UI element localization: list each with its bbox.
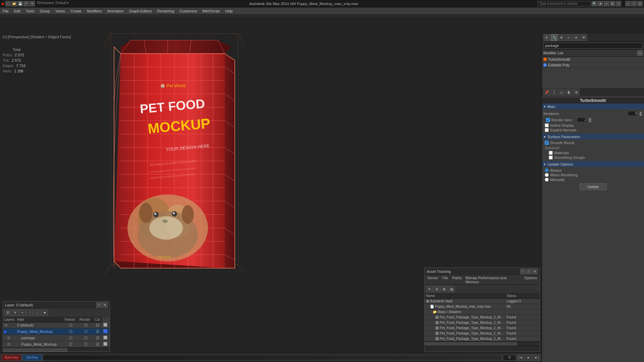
help-btn[interactable]: ? bbox=[616, 1, 621, 6]
asset-row[interactable]: 🖼 Pet_Food_Package_Type_Mockup_2_Mockup_… bbox=[425, 325, 540, 331]
explicit-normals-checkbox[interactable] bbox=[545, 128, 549, 132]
explicit-normals-label[interactable]: Explicit Normals bbox=[542, 128, 644, 132]
always-label[interactable]: Always bbox=[542, 168, 644, 173]
layer-row[interactable]: ⚙ Puppy_Meal_Mockup ☐ ☐ ☑ bbox=[3, 341, 110, 348]
settings-btn[interactable]: ⚙ bbox=[610, 1, 615, 6]
render-iters-down[interactable]: ▼ bbox=[588, 120, 592, 122]
search-btn[interactable]: 🔍 bbox=[592, 1, 597, 6]
motion-panel-btn[interactable]: ▷ bbox=[566, 34, 572, 41]
menu-animation[interactable]: Animation bbox=[105, 7, 126, 15]
remove-modifier-btn[interactable]: 🗑 bbox=[566, 89, 572, 96]
star-btn[interactable]: ★ bbox=[598, 1, 603, 6]
layer-freeze[interactable]: ☐ bbox=[78, 328, 94, 335]
manually-label[interactable]: Manually bbox=[542, 177, 644, 182]
smoothing-groups-label[interactable]: Smoothing Groups bbox=[542, 155, 644, 160]
isoline-display-checkbox[interactable] bbox=[545, 123, 549, 127]
modify-panel-btn[interactable]: 🔧 bbox=[551, 34, 557, 41]
layer-list-area[interactable]: Layers Hide Freeze Render Col ⚙ 0 (defau… bbox=[3, 317, 110, 348]
layer-color[interactable] bbox=[102, 322, 110, 328]
next-frame-btn[interactable]: ►| bbox=[533, 354, 540, 361]
smooth-result-checkbox[interactable] bbox=[545, 141, 549, 145]
menu-customize[interactable]: Customize bbox=[177, 7, 200, 15]
render-iters-up[interactable]: ▲ bbox=[588, 118, 592, 120]
update-btn[interactable]: Update bbox=[580, 183, 606, 190]
modifier-list-empty[interactable] bbox=[542, 68, 644, 88]
layer-hide[interactable]: ☐ bbox=[63, 322, 78, 328]
ts-update-rollout[interactable]: ▸ Update Options bbox=[542, 161, 644, 167]
layer-add-obj-btn[interactable]: + bbox=[19, 309, 26, 316]
layer-move-btn[interactable]: ↓ bbox=[34, 309, 41, 316]
ts-surface-rollout[interactable]: ▸ Surface Parameters bbox=[542, 134, 644, 139]
layer-color[interactable] bbox=[102, 335, 110, 341]
asset-row[interactable]: 📁 Maps / Shaders bbox=[425, 309, 540, 315]
new-btn[interactable]: □ bbox=[5, 1, 11, 6]
asset-reload-btn[interactable]: ↻ bbox=[426, 286, 433, 292]
layer-row[interactable]: ⚙ package ☐ ☐ ☑ bbox=[3, 335, 110, 341]
layer-render[interactable]: ☑ bbox=[94, 341, 102, 348]
asset-row[interactable]: 🖼 Pet_Food_Package_Type_Mockup_2_Mockup_… bbox=[425, 336, 540, 342]
smoothing-groups-checkbox[interactable] bbox=[549, 156, 553, 160]
layer-render[interactable]: ☑ bbox=[94, 335, 102, 341]
when-rendering-label[interactable]: When Rendering bbox=[542, 173, 644, 177]
layer-delete-btn[interactable]: ✕ bbox=[12, 309, 18, 316]
layer-row[interactable]: ⚙ 0 (default) ☐ ☐ ☑ bbox=[3, 322, 110, 328]
layer-new-btn[interactable]: ☰ bbox=[4, 309, 11, 316]
layer-render[interactable]: ☑ bbox=[94, 322, 102, 328]
save-btn[interactable]: 💾 bbox=[17, 1, 23, 6]
undo-btn[interactable]: ↶ bbox=[23, 1, 29, 6]
prev-frame-btn[interactable]: |◄ bbox=[517, 354, 524, 361]
hierarchy-panel-btn[interactable]: ⊞ bbox=[558, 34, 565, 41]
menu-graph-editors[interactable]: Graph Editors bbox=[126, 7, 155, 15]
render-iters-spinner[interactable]: ▲ ▼ bbox=[577, 117, 592, 122]
asset-menu-file[interactable]: File bbox=[440, 275, 450, 285]
asset-row[interactable]: 🖼 Pet_Food_Package_Type_Mockup_2_Mockup_… bbox=[425, 331, 540, 336]
smooth-result-label[interactable]: Smooth Result bbox=[542, 140, 644, 145]
menu-modifiers[interactable]: Modifiers bbox=[84, 7, 105, 15]
asset-thumbnail-view-btn[interactable]: ⊞ bbox=[441, 286, 447, 292]
layer-row[interactable]: ▶ Puppy_Meal_Mockup ☐ ☐ ☑ bbox=[3, 328, 110, 335]
asset-menu-options[interactable]: Options bbox=[522, 275, 539, 285]
layer-scrollbar[interactable] bbox=[3, 348, 110, 352]
isoline-display-label[interactable]: Isoline Display bbox=[542, 123, 644, 128]
asset-row[interactable]: 🖼 Pet_Food_Package_Type_Mockup_2_Mockup_… bbox=[425, 315, 540, 320]
layer-highlight-btn[interactable]: ★ bbox=[41, 309, 48, 316]
pin-stack-btn[interactable]: 📌 bbox=[543, 89, 550, 96]
iterations-input[interactable] bbox=[628, 111, 638, 116]
frame-input[interactable]: 0 bbox=[503, 355, 516, 361]
configure-btn[interactable]: ⚙ bbox=[573, 89, 580, 96]
asset-h-scrollbar[interactable] bbox=[425, 342, 540, 346]
asset-menu-server[interactable]: Server bbox=[425, 275, 440, 285]
menu-rendering[interactable]: Rendering bbox=[155, 7, 177, 15]
modifier-editable-poly[interactable]: Editable Poly bbox=[542, 62, 644, 68]
layer-render[interactable]: ☑ bbox=[94, 328, 102, 335]
render-iters-input[interactable] bbox=[577, 117, 588, 122]
create-panel-btn[interactable]: ✦ bbox=[543, 34, 550, 41]
asset-maximize-btn[interactable]: □ bbox=[526, 269, 532, 274]
menu-tools[interactable]: Tools bbox=[23, 7, 37, 15]
iterations-up[interactable]: ▲ bbox=[639, 111, 643, 114]
asset-list-view-btn[interactable]: ☰ bbox=[433, 286, 440, 292]
open-btn[interactable]: 📂 bbox=[11, 1, 17, 6]
always-radio[interactable] bbox=[545, 168, 549, 172]
layer-freeze[interactable]: ☐ bbox=[78, 341, 94, 348]
fav-btn[interactable]: ☆ bbox=[604, 1, 609, 6]
menu-edit[interactable]: Edit bbox=[11, 7, 23, 15]
layer-manager-titlebar[interactable]: Layer: 0 (default) ? ✕ bbox=[3, 301, 110, 309]
materials-checkbox[interactable] bbox=[549, 151, 553, 155]
minimize-btn[interactable]: ─ bbox=[625, 1, 631, 6]
asset-menu-paths[interactable]: Paths bbox=[450, 275, 464, 285]
asset-detail-view-btn[interactable]: ▤ bbox=[448, 286, 455, 292]
animate-btn[interactable]: Auto Key bbox=[1, 354, 21, 361]
asset-row[interactable]: 🖼 Pet_Food_Package_Type_Mockup_2_Mockup_… bbox=[425, 320, 540, 325]
make-unique-btn[interactable]: ◇ bbox=[558, 89, 565, 96]
layer-manager-help-btn[interactable]: ? bbox=[96, 302, 102, 308]
maximize-btn[interactable]: □ bbox=[631, 1, 637, 6]
play-btn[interactable]: ► bbox=[525, 354, 532, 361]
layer-manager-close-btn[interactable]: ✕ bbox=[102, 302, 108, 308]
layer-select-btn[interactable]: ↑ bbox=[26, 309, 33, 316]
menu-help[interactable]: Help bbox=[222, 7, 235, 15]
redo-btn[interactable]: ↷ bbox=[30, 1, 35, 6]
manually-radio[interactable] bbox=[545, 178, 549, 182]
menu-file[interactable]: File bbox=[0, 7, 11, 15]
layer-color[interactable] bbox=[102, 328, 110, 335]
